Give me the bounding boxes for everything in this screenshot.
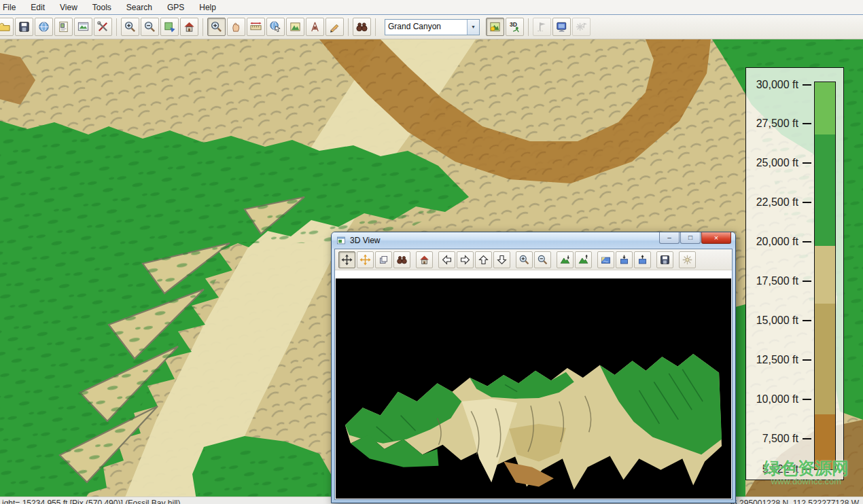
feature-info-button[interactable]	[266, 18, 285, 36]
main-toolbar: Grand Canyon ▼	[0, 15, 863, 39]
arrow-left-icon	[441, 254, 453, 266]
magnifier-plus-icon	[124, 20, 137, 33]
arrow-down-icon	[496, 254, 508, 266]
open-button[interactable]	[0, 18, 14, 36]
3d-step-up-button[interactable]	[475, 251, 492, 268]
view-3d-button[interactable]	[506, 18, 524, 36]
3d-move-button[interactable]	[357, 251, 374, 268]
maximize-button[interactable]: □	[680, 232, 701, 244]
legend-tick-mark	[803, 359, 811, 361]
legend-tick: 5,522 ft	[746, 463, 811, 475]
3d-pan-button[interactable]	[338, 251, 355, 268]
legend-tick-label: 15,000 ft	[756, 314, 798, 327]
measure-tool-button[interactable]	[247, 18, 265, 36]
3d-zoom-out-button[interactable]	[534, 251, 551, 268]
flag-tool-button[interactable]	[533, 18, 551, 36]
3d-exaggeration-up-button[interactable]	[575, 251, 592, 268]
3d-water-down-button[interactable]	[616, 251, 633, 268]
colorbar-segment	[815, 304, 835, 414]
digitizer-tool-button[interactable]	[286, 18, 304, 36]
3d-step-left-button[interactable]	[438, 251, 455, 268]
menu-help[interactable]: Help	[192, 1, 224, 14]
3d-window-title: 3D View	[350, 236, 380, 245]
3d-search-button[interactable]	[393, 251, 410, 268]
close-icon: ×	[714, 234, 718, 242]
zoom-tool-button[interactable]	[207, 18, 226, 36]
view-atlas-button[interactable]	[486, 18, 504, 36]
legend-tick: 20,000 ft	[746, 236, 811, 248]
3d-effects-button[interactable]	[679, 251, 696, 268]
minimize-button[interactable]: –	[659, 232, 680, 244]
tower-icon	[309, 20, 321, 33]
toolbar-separator	[528, 18, 529, 36]
path-profile-button[interactable]	[306, 18, 324, 36]
menu-tools[interactable]: Tools	[85, 1, 119, 14]
magnifier-minus-icon	[537, 254, 548, 266]
pan-tool-button[interactable]	[227, 18, 245, 36]
3d-save-button[interactable]	[656, 251, 673, 268]
3d-reset-view-button[interactable]	[416, 251, 433, 268]
menu-edit[interactable]: Edit	[23, 1, 52, 14]
close-button[interactable]: ×	[701, 232, 731, 244]
legend-tick-label: 25,000 ft	[756, 157, 798, 169]
window-caption-buttons: – □ ×	[658, 232, 731, 244]
full-extent-icon	[163, 20, 176, 33]
layer-select-dropdown-button[interactable]: ▼	[467, 20, 479, 35]
status-coordinates-text: 36.295001228 N, 112.522277128 W	[728, 499, 859, 504]
effects-tool-button[interactable]	[572, 18, 591, 36]
move-cross-icon	[359, 254, 371, 266]
pencil-icon	[328, 20, 341, 33]
configuration-button[interactable]	[94, 18, 112, 36]
magnifier-minus-icon	[143, 20, 156, 33]
legend-tick-label: 17,500 ft	[756, 275, 798, 287]
binoculars-icon	[396, 254, 408, 266]
menu-search[interactable]: Search	[119, 1, 160, 14]
3d-step-down-button[interactable]	[493, 251, 510, 268]
menu-gps[interactable]: GPS	[160, 1, 192, 14]
world-data-button[interactable]	[35, 18, 53, 36]
3d-step-right-button[interactable]	[457, 251, 474, 268]
elevation-colorbar	[814, 82, 836, 470]
legend-tick: 7,500 ft	[746, 433, 811, 445]
water-down-icon	[618, 254, 630, 266]
3d-exaggeration-down-button[interactable]	[557, 251, 574, 268]
legend-tick-mark	[803, 320, 811, 321]
water-icon	[600, 254, 612, 266]
document-icon	[57, 20, 70, 33]
3d-viewport[interactable]	[336, 278, 731, 499]
home-icon	[419, 254, 430, 266]
zoom-tool-icon	[210, 20, 223, 33]
zoom-in-button[interactable]	[121, 18, 139, 36]
control-center-button[interactable]	[552, 18, 571, 36]
maximize-icon: □	[688, 234, 692, 241]
legend-tick-mark	[803, 123, 811, 124]
draw-tool-button[interactable]	[325, 18, 344, 36]
colorbar-segment	[815, 414, 835, 469]
legend-tick-mark	[803, 84, 811, 86]
workspace-button[interactable]	[54, 18, 73, 36]
home-view-button[interactable]	[180, 18, 198, 36]
legend-tick-mark	[803, 399, 811, 400]
globe-icon	[37, 20, 50, 33]
minimize-icon: –	[667, 234, 671, 241]
save-floppy-icon	[18, 20, 31, 33]
copy-icon	[378, 254, 389, 266]
3d-zoom-in-button[interactable]	[516, 251, 533, 268]
search-button[interactable]	[353, 18, 371, 36]
legend-tick-label: 27,500 ft	[756, 118, 798, 130]
legend-tick-mark	[803, 202, 811, 203]
3d-water-up-button[interactable]	[634, 251, 651, 268]
3d-water-level-button[interactable]	[597, 251, 614, 268]
full-extent-button[interactable]	[160, 18, 179, 36]
layer-select[interactable]: Grand Canyon ▼	[385, 19, 480, 35]
legend-tick-mark	[803, 281, 811, 282]
flag-icon	[535, 20, 548, 33]
zoom-out-button[interactable]	[141, 18, 159, 36]
home-icon	[183, 20, 196, 33]
overlay-control-button[interactable]	[74, 18, 92, 36]
legend-tick-label: 20,000 ft	[756, 236, 798, 248]
save-button[interactable]	[15, 18, 33, 36]
menu-file[interactable]: File	[0, 1, 23, 14]
menu-view[interactable]: View	[52, 1, 85, 14]
3d-copy-view-button[interactable]	[375, 251, 392, 268]
